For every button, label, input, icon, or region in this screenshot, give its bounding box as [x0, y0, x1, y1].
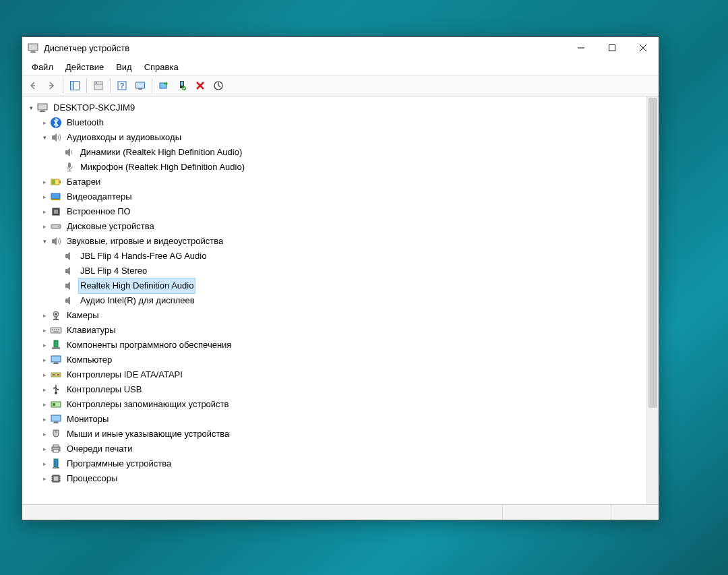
- expand-arrow-icon[interactable]: ▸: [40, 115, 49, 130]
- tree-category[interactable]: ▸ Контроллеры запоминающих устройств: [24, 397, 646, 412]
- tree-category[interactable]: ▾ Звуковые, игровые и видеоустройства: [24, 234, 646, 249]
- window-title: Диспетчер устройств: [44, 43, 566, 53]
- tree-category[interactable]: ▸ Встроенное ПО: [24, 204, 646, 219]
- uninstall-device-button[interactable]: [192, 78, 208, 94]
- camera-icon: [50, 309, 62, 322]
- svg-rect-47: [51, 356, 61, 362]
- tree-root[interactable]: ▾ DESKTOP-SKCJIM9: [24, 100, 646, 115]
- svg-point-53: [55, 392, 57, 394]
- menu-view[interactable]: Вид: [111, 61, 138, 73]
- svg-rect-2: [30, 52, 36, 53]
- tree-label: Процессоры: [65, 471, 119, 486]
- tree-label: JBL Flip 4 Hands-Free AG Audio: [78, 249, 208, 264]
- menu-file[interactable]: Файл: [26, 61, 59, 73]
- tree-label: Bluetooth: [65, 115, 106, 130]
- expand-arrow-icon[interactable]: ▸: [40, 308, 49, 323]
- tree-device[interactable]: Динамики (Realtek High Definition Audio): [24, 145, 646, 160]
- tree-category[interactable]: ▾ Аудиовходы и аудиовыходы: [24, 130, 646, 145]
- minimize-button[interactable]: [566, 37, 597, 59]
- tree-category[interactable]: ▸ Камеры: [24, 308, 646, 323]
- expand-arrow-icon[interactable]: ▸: [40, 175, 49, 189]
- tree-category[interactable]: ▸ Мыши и иные указывающие устройства: [24, 427, 646, 442]
- scan-hardware-button[interactable]: [132, 78, 148, 94]
- disable-device-button[interactable]: [210, 78, 226, 94]
- tree-label: Мыши и иные указывающие устройства: [65, 427, 231, 442]
- expand-arrow-icon[interactable]: ▸: [40, 471, 49, 486]
- tree-label: Видеоадаптеры: [65, 189, 134, 204]
- tree-category[interactable]: ▸ Процессоры: [24, 471, 646, 486]
- tree-device[interactable]: Микрофон (Realtek High Definition Audio): [24, 160, 646, 175]
- expand-arrow-icon[interactable]: ▸: [40, 219, 49, 234]
- expand-arrow-icon[interactable]: ▸: [40, 367, 49, 382]
- tree-category[interactable]: ▸ Контроллеры IDE ATA/ATAPI: [24, 367, 646, 382]
- tree-label: JBL Flip 4 Stereo: [78, 264, 149, 278]
- tree-category[interactable]: ▸ Видеоадаптеры: [24, 189, 646, 204]
- expand-arrow-icon[interactable]: ▸: [40, 204, 49, 219]
- toolbar: ?: [22, 75, 659, 96]
- expand-arrow-icon[interactable]: ▸: [40, 323, 49, 338]
- tree-category[interactable]: ▸ Bluetooth: [24, 115, 646, 130]
- speaker-icon: [63, 280, 75, 292]
- tree-device-selected[interactable]: Realtek High Definition Audio: [24, 278, 646, 293]
- svg-rect-40: [52, 329, 53, 330]
- enable-device-button[interactable]: [174, 78, 190, 94]
- tree-category[interactable]: ▸ Батареи: [24, 175, 646, 189]
- help-button[interactable]: ?: [114, 78, 130, 94]
- expand-arrow-icon[interactable]: ▸: [40, 338, 49, 353]
- menu-action[interactable]: Действие: [60, 61, 109, 73]
- expand-arrow-icon[interactable]: ▸: [40, 456, 49, 471]
- svg-point-34: [58, 226, 59, 227]
- tree-label: Программные устройства: [65, 456, 173, 471]
- tree-device[interactable]: JBL Flip 4 Hands-Free AG Audio: [24, 249, 646, 264]
- svg-rect-18: [181, 82, 183, 86]
- expand-arrow-icon[interactable]: ▸: [40, 353, 49, 367]
- properties-button[interactable]: [90, 78, 107, 94]
- expand-arrow-icon[interactable]: ▸: [40, 412, 49, 427]
- usb-icon: [50, 384, 62, 396]
- expand-arrow-icon[interactable]: ▸: [40, 427, 49, 442]
- vertical-scrollbar[interactable]: [646, 96, 659, 504]
- expand-arrow-icon[interactable]: ▸: [40, 397, 49, 412]
- window-controls: [566, 37, 659, 59]
- svg-rect-28: [52, 180, 55, 184]
- speaker-icon: [63, 146, 75, 158]
- expand-arrow-icon[interactable]: ▸: [40, 442, 49, 456]
- maximize-button[interactable]: [597, 37, 628, 59]
- expand-arrow-icon[interactable]: ▾: [40, 130, 49, 145]
- svg-rect-4: [609, 45, 615, 51]
- svg-rect-8: [71, 82, 74, 90]
- tree-category[interactable]: ▸ Контроллеры USB: [24, 382, 646, 397]
- svg-rect-48: [54, 362, 58, 363]
- expand-arrow-icon[interactable]: ▾: [40, 234, 49, 249]
- tree-category[interactable]: ▸ Клавиатуры: [24, 323, 646, 338]
- expand-arrow-icon[interactable]: ▸: [40, 382, 49, 397]
- title-bar[interactable]: Диспетчер устройств: [22, 37, 659, 59]
- status-cell: [502, 505, 611, 520]
- computer-icon: [50, 354, 62, 366]
- tree-label: Контроллеры USB: [65, 382, 144, 397]
- svg-rect-57: [53, 403, 55, 406]
- computer-icon: [36, 102, 49, 114]
- tree-category[interactable]: ▸ Очереди печати: [24, 442, 646, 456]
- tree-category[interactable]: ▸ Программные устройства: [24, 456, 646, 471]
- update-driver-button[interactable]: [156, 78, 172, 94]
- tree-label: Клавиатуры: [65, 323, 118, 338]
- scrollbar-thumb[interactable]: [648, 98, 657, 408]
- tree-label: Компьютер: [65, 353, 114, 367]
- expand-arrow-icon[interactable]: ▾: [26, 100, 36, 115]
- tree-device[interactable]: JBL Flip 4 Stereo: [24, 264, 646, 278]
- nav-forward-button[interactable]: [43, 78, 59, 94]
- tree-category[interactable]: ▸ Компоненты программного обеспечения: [24, 338, 646, 353]
- device-tree[interactable]: ▾ DESKTOP-SKCJIM9 ▸ Bluetooth ▾ Аудиовхо…: [22, 96, 646, 504]
- toolbar-separator: [110, 78, 111, 93]
- tree-device[interactable]: Аудио Intel(R) для дисплеев: [24, 293, 646, 308]
- menu-help[interactable]: Справка: [139, 61, 184, 73]
- close-button[interactable]: [628, 37, 659, 59]
- svg-rect-9: [94, 82, 102, 90]
- tree-category[interactable]: ▸ Компьютер: [24, 353, 646, 367]
- nav-back-button[interactable]: [25, 78, 41, 94]
- expand-arrow-icon[interactable]: ▸: [40, 189, 49, 204]
- tree-category[interactable]: ▸ Мониторы: [24, 412, 646, 427]
- tree-category[interactable]: ▸ Дисковые устройства: [24, 219, 646, 234]
- show-hide-tree-button[interactable]: [67, 78, 83, 94]
